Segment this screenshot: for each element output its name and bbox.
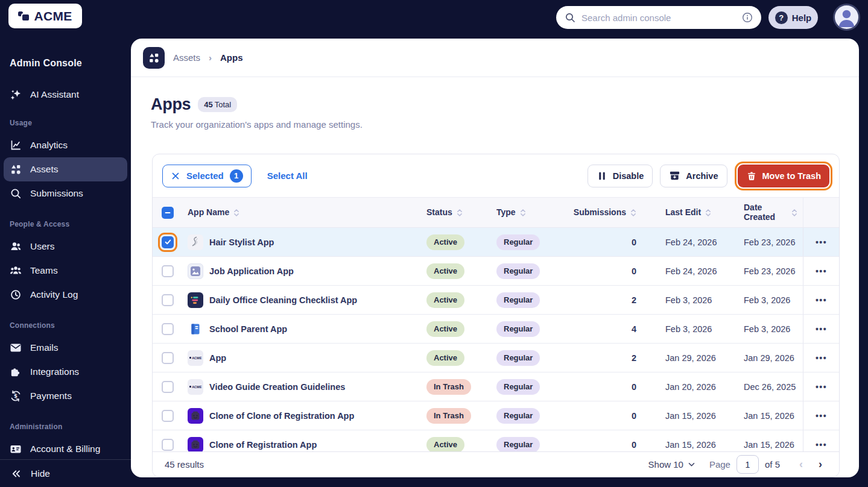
last-edit-date: Jan 15, 2026 — [651, 401, 734, 430]
sort-icon — [457, 208, 463, 218]
selected-filter-button[interactable]: Selected 1 — [162, 165, 252, 187]
table-row[interactable]: ACMEAppActiveRegular2Jan 29, 2026Jan 29,… — [153, 343, 839, 372]
column-header-app-name[interactable]: App Name — [178, 198, 417, 227]
app-name[interactable]: App — [209, 353, 226, 363]
column-header-date-created[interactable]: Date Created — [734, 198, 803, 227]
row-actions-button[interactable]: ••• — [816, 382, 827, 392]
disable-button[interactable]: Disable — [588, 165, 653, 187]
page-size-select[interactable]: Show 10 — [648, 459, 695, 470]
page-title: Apps — [151, 95, 191, 114]
date-created: Feb 23, 2026 — [734, 257, 803, 285]
sidebar-item-account-billing[interactable]: Account & Billing — [4, 437, 127, 461]
sidebar-item-label: Assets — [30, 164, 59, 175]
move-to-trash-button[interactable]: Move to Trash — [738, 165, 830, 187]
select-all-link[interactable]: Select All — [267, 171, 308, 181]
status-badge: Active — [426, 437, 464, 452]
search-input[interactable] — [581, 13, 736, 23]
app-name[interactable]: Clone of Clone of Registration App — [209, 411, 354, 421]
row-actions-button[interactable]: ••• — [816, 295, 827, 305]
last-edit-date: Jan 15, 2026 — [651, 430, 734, 451]
info-icon[interactable] — [742, 12, 753, 23]
date-created: Jan 29, 2026 — [734, 344, 803, 372]
row-actions-button[interactable]: ••• — [816, 266, 827, 276]
table-row[interactable]: School Parent AppActiveRegular4Feb 3, 20… — [153, 314, 839, 343]
table-row[interactable]: Clone of Clone of Registration AppIn Tra… — [153, 401, 839, 430]
sidebar-item-activity-log[interactable]: Activity Log — [4, 283, 127, 307]
chevron-right-icon: › — [209, 52, 212, 63]
sidebar-item-assets[interactable]: Assets — [4, 157, 127, 181]
column-header-type[interactable]: Type — [487, 198, 568, 227]
app-name[interactable]: School Parent App — [209, 324, 287, 334]
page-number-input[interactable] — [737, 455, 759, 474]
hide-sidebar-button[interactable]: Hide — [0, 460, 131, 487]
sidebar-item-payments[interactable]: $Payments — [4, 384, 127, 408]
date-created: Jan 15, 2026 — [734, 401, 803, 430]
row-checkbox[interactable] — [162, 265, 174, 277]
row-checkbox[interactable] — [162, 410, 174, 422]
row-actions-button[interactable]: ••• — [816, 353, 827, 363]
sidebar-item-users[interactable]: Users — [4, 234, 127, 259]
app-name[interactable]: Job Application App — [209, 266, 294, 276]
last-edit-date: Feb 24, 2026 — [651, 257, 734, 285]
row-actions-button[interactable]: ••• — [816, 237, 827, 247]
previous-page-button[interactable]: ‹ — [794, 458, 808, 471]
sidebar-item-submissions[interactable]: Submissions — [4, 181, 127, 206]
row-actions-button[interactable]: ••• — [816, 411, 827, 421]
column-header-status[interactable]: Status — [417, 198, 487, 227]
date-created: Feb 3, 2026 — [734, 286, 803, 314]
table-row[interactable]: Hair Stylist AppActiveRegular0Feb 24, 20… — [153, 227, 839, 256]
sidebar-item-integrations[interactable]: Integrations — [4, 360, 127, 384]
sidebar-item-label: Account & Billing — [30, 444, 100, 454]
table-row[interactable]: Job Application AppActiveRegular0Feb 24,… — [153, 256, 839, 285]
column-header-last-edit[interactable]: Last Edit — [651, 198, 734, 227]
row-checkbox[interactable] — [162, 294, 174, 306]
archive-button[interactable]: Archive — [660, 165, 727, 187]
acme-logo[interactable]: ACME — [8, 4, 82, 28]
column-header-submissions[interactable]: Submissions — [568, 198, 651, 227]
chevron-down-icon — [688, 462, 695, 467]
select-all-checkbox[interactable] — [162, 207, 174, 219]
sidebar-item-ai-assistant[interactable]: AI Assistant — [4, 83, 127, 107]
assets-icon — [10, 163, 22, 175]
last-edit-date: Jan 20, 2026 — [651, 372, 734, 401]
sort-icon — [630, 208, 636, 218]
sort-icon — [791, 208, 797, 218]
row-checkbox[interactable] — [162, 323, 174, 335]
type-badge: Regular — [496, 234, 540, 250]
table-row[interactable]: ACMEVideo Guide Creation GuidelinesIn Tr… — [153, 372, 839, 401]
admin-search[interactable] — [556, 6, 761, 29]
type-badge: Regular — [496, 350, 540, 366]
row-checkbox[interactable] — [162, 439, 174, 451]
sidebar-title: Admin Console — [0, 39, 131, 69]
svg-text:$: $ — [14, 393, 17, 399]
status-badge: In Trash — [426, 379, 471, 395]
sidebar-item-label: Submissions — [30, 188, 83, 199]
table-header: App Name Status Type Submissions Last Ed… — [153, 197, 839, 227]
breadcrumb-parent[interactable]: Assets — [173, 52, 200, 63]
breadcrumb-current: Apps — [220, 52, 243, 63]
last-edit-date: Feb 3, 2026 — [651, 286, 734, 314]
app-name[interactable]: Daily Office Cleaning Checklist App — [209, 295, 357, 305]
sidebar-item-analytics[interactable]: Analytics — [4, 133, 127, 157]
avatar[interactable] — [835, 5, 858, 29]
app-name[interactable]: Clone of Registration App — [209, 440, 317, 450]
sidebar-item-teams[interactable]: Teams — [4, 259, 127, 283]
results-count: 45 results — [165, 459, 204, 470]
app-name[interactable]: Hair Stylist App — [209, 237, 274, 247]
last-edit-date: Feb 24, 2026 — [651, 228, 734, 256]
app-name[interactable]: Video Guide Creation Guidelines — [209, 382, 345, 392]
sidebar-item-emails[interactable]: Emails — [4, 336, 127, 360]
row-checkbox[interactable] — [162, 381, 174, 393]
type-badge: Regular — [496, 408, 540, 424]
table-row[interactable]: Clone of Registration AppActiveRegular0J… — [153, 430, 839, 451]
row-actions-button[interactable]: ••• — [816, 440, 827, 450]
row-checkbox[interactable] — [162, 236, 174, 248]
submissions-count: 2 — [568, 344, 651, 372]
row-checkbox[interactable] — [162, 352, 174, 364]
next-page-button[interactable]: › — [814, 458, 827, 471]
help-button[interactable]: ? Help — [768, 6, 818, 29]
close-icon — [171, 171, 180, 181]
table-row[interactable]: Daily Office Cleaning Checklist AppActiv… — [153, 285, 839, 314]
row-actions-button[interactable]: ••• — [816, 324, 827, 334]
status-badge: Active — [426, 292, 464, 308]
